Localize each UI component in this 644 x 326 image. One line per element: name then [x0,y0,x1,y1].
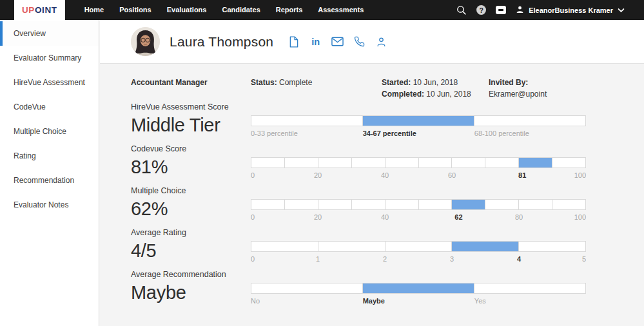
score-left: Codevue Score81% [131,144,251,180]
score-row-codevue-score: Codevue Score81%020406081100 [131,144,644,180]
bar-segment [474,116,585,126]
bar-tick: Yes [474,297,486,305]
score-list: HireVue Assessment ScoreMiddle Tier0-33 … [131,102,644,305]
score-row-average-rating: Average Rating4/5012345 [131,228,644,264]
nav-item-home[interactable]: Home [77,0,112,20]
profile-icon[interactable] [375,35,387,48]
bar-segment [251,158,285,168]
score-label: Average Rating [131,228,251,238]
bar-tick: 3 [450,255,454,263]
bar-segment [419,200,453,209]
user-menu[interactable]: EleanorBusiness Kramer [516,5,625,15]
bar-tick: 0 [251,255,255,263]
bar-segment [318,158,352,168]
bar-tick: 68-100 percentile [474,129,529,137]
score-row-average-recommendation: Average RecommendationMaybeNoMaybeYes [131,270,644,305]
bar-tick: 4 [517,255,521,263]
bar-segment [485,158,519,168]
bar-tick: 80 [515,213,523,221]
sidebar: OverviewEvaluator SummaryHireVue Assessm… [0,20,99,326]
sidebar-item-rating[interactable]: Rating [0,144,99,168]
bar-segment [318,200,352,209]
bar-segment [519,200,552,209]
top-nav: HomePositionsEvaluationsCandidatesReport… [77,0,372,20]
upoint-logo[interactable]: UPOINT [14,0,65,20]
linkedin-icon[interactable]: in [309,35,322,48]
score-label: Average Recommendation [131,270,251,280]
bar-segment [452,158,485,168]
score-left: Average Rating4/5 [131,228,251,264]
sidebar-item-hirevue-assessment[interactable]: HireVue Assessment [0,70,99,95]
nav-item-positions[interactable]: Positions [112,0,159,20]
score-value: 81% [131,156,251,178]
status: Status: Complete [251,77,382,100]
bar-track [251,157,586,168]
sidebar-item-recommendation[interactable]: Recommendation [0,168,99,193]
topbar: UPOINT HomePositionsEvaluationsCandidate… [0,0,644,20]
email-icon[interactable] [331,35,344,48]
info-row: Accountant Manager Status: Complete Star… [131,77,644,100]
profile-header: Laura Thompson in [100,20,644,64]
bar-ticks: NoMaybeYes [251,297,586,305]
inbox-icon[interactable] [496,6,506,14]
nav-item-candidates[interactable]: Candidates [214,0,268,20]
bar-segment [474,283,585,293]
nav-item-assessments[interactable]: Assessments [310,0,371,20]
avatar [131,27,160,56]
score-left: HireVue Assessment ScoreMiddle Tier [131,102,251,138]
user-icon [516,5,524,15]
score-value: 62% [131,198,251,220]
help-icon[interactable]: ? [476,5,486,15]
dates: Started: 10 Jun, 2018 Completed: 10 Jun,… [382,77,489,100]
bar-tick: No [251,297,260,305]
bar-tick: Maybe [363,297,385,305]
sidebar-item-overview[interactable]: Overview [0,21,99,46]
score-label: Multiple Choice [131,186,251,196]
score-bar: 020406280100 [251,199,586,222]
bar-segment [285,200,318,209]
sidebar-item-evaluator-summary[interactable]: Evaluator Summary [0,46,99,70]
bar-segment-filled [363,283,474,293]
bar-segment-filled [452,242,519,251]
bar-ticks: 0-33 percentile34-67 percentile68-100 pe… [251,129,586,138]
nav-item-evaluations[interactable]: Evaluations [159,0,215,20]
bar-tick: 0 [251,213,255,221]
bar-tick: 0 [251,171,255,179]
bar-segment [251,200,285,209]
document-icon[interactable] [288,35,300,48]
bar-tick: 20 [314,213,322,221]
contact-icons: in [288,35,387,48]
bar-tick: 40 [381,171,389,179]
bar-segment [251,242,318,251]
bar-tick: 62 [454,213,462,221]
bar-segment [552,200,585,209]
sidebar-item-codevue[interactable]: CodeVue [0,95,99,119]
bar-ticks: 012345 [251,255,586,264]
logo-text-up: UP [22,5,35,15]
nav-item-reports[interactable]: Reports [268,0,311,20]
bar-tick: 100 [574,213,586,221]
bar-segment [285,158,318,168]
score-value: 4/5 [131,240,251,262]
score-left: Average RecommendationMaybe [131,270,251,305]
phone-icon[interactable] [353,35,366,48]
question-mark-glyph: ? [476,5,486,15]
sidebar-item-evaluator-notes[interactable]: Evaluator Notes [0,193,99,217]
search-icon[interactable] [456,5,467,15]
score-bar: 012345 [251,241,586,264]
bar-tick: 20 [314,171,322,179]
bar-segment-filled [452,200,485,209]
bar-tick: 81 [518,171,526,179]
score-left: Multiple Choice62% [131,186,251,222]
bar-segment [385,200,419,209]
score-row-multiple-choice: Multiple Choice62%020406280100 [131,186,644,222]
sidebar-item-multiple-choice[interactable]: Multiple Choice [0,119,99,144]
user-name: EleanorBusiness Kramer [529,6,613,14]
bar-segment [419,158,453,168]
overview-content: Accountant Manager Status: Complete Star… [100,64,644,305]
invited-by: Invited By: Ekramer@upoint [489,77,644,100]
bar-tick: 2 [383,255,387,263]
bar-tick: 1 [316,255,320,263]
bar-segment [318,242,385,251]
bar-segment [385,158,419,168]
